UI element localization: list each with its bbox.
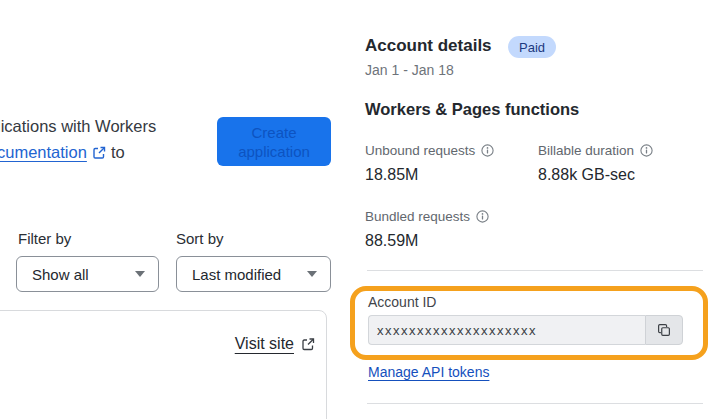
intro-text-line2: cumentation to — [0, 143, 125, 162]
info-icon[interactable] — [476, 210, 489, 223]
filter-by-label: Filter by — [18, 230, 71, 247]
stat-label: Unbound requests — [365, 143, 475, 158]
copy-account-id-button[interactable] — [645, 315, 683, 345]
stat-value: 88.59M — [365, 232, 489, 250]
chevron-down-icon — [307, 271, 317, 277]
workers-pages-dashboard: lications with Workers cumentation to Cr… — [0, 0, 718, 419]
date-range: Jan 1 - Jan 18 — [365, 62, 454, 78]
external-link-icon — [92, 146, 106, 160]
sort-by-label: Sort by — [176, 230, 224, 247]
stat-label: Billable duration — [538, 143, 634, 158]
create-application-button[interactable]: Create application — [217, 117, 331, 166]
account-id-label: Account ID — [368, 294, 436, 310]
stat-billable-duration: Billable duration 8.88k GB-sec — [538, 143, 653, 184]
filter-dropdown[interactable]: Show all — [16, 256, 159, 292]
manage-api-tokens-link[interactable]: Manage API tokens — [368, 364, 489, 380]
project-card: Visit site — [0, 310, 327, 419]
stat-label: Bundled requests — [365, 209, 470, 224]
visit-site-link[interactable]: Visit site — [235, 335, 315, 353]
stat-value: 8.88k GB-sec — [538, 166, 653, 184]
documentation-link[interactable]: cumentation — [0, 143, 87, 162]
paid-plan-badge: Paid — [508, 36, 556, 58]
info-icon[interactable] — [481, 144, 494, 157]
visit-site-label: Visit site — [235, 335, 294, 353]
intro-text-line1: lications with Workers — [0, 117, 156, 136]
divider — [367, 403, 703, 404]
intro-text-after-link: to — [111, 143, 125, 162]
chevron-down-icon — [135, 271, 145, 277]
sort-dropdown-value: Last modified — [192, 266, 281, 283]
info-icon[interactable] — [640, 144, 653, 157]
workers-pages-functions-title: Workers & Pages functions — [365, 100, 579, 119]
account-id-field-group — [368, 315, 683, 345]
divider — [367, 270, 703, 271]
stat-bundled-requests: Bundled requests 88.59M — [365, 209, 489, 250]
filter-dropdown-value: Show all — [32, 266, 89, 283]
stat-value: 18.85M — [365, 166, 494, 184]
stat-unbound-requests: Unbound requests 18.85M — [365, 143, 494, 184]
account-details-title: Account details — [365, 36, 492, 56]
copy-icon — [657, 323, 671, 337]
external-link-icon — [301, 337, 315, 351]
sort-dropdown[interactable]: Last modified — [176, 256, 331, 292]
account-id-input[interactable] — [368, 315, 645, 345]
